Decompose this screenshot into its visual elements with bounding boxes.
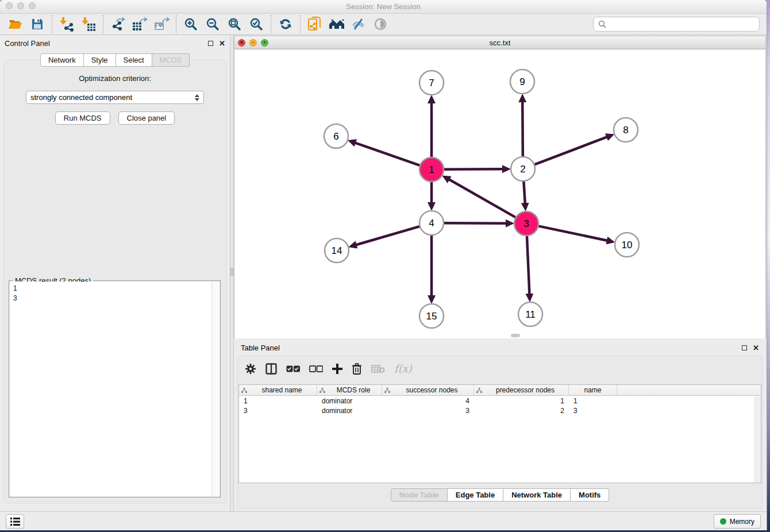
tab-node-table[interactable]: Node Table xyxy=(391,488,448,502)
mcds-result-text: 1 3 xyxy=(10,282,211,496)
table-panel: Table Panel ✕ xyxy=(234,340,766,511)
close-window-button[interactable] xyxy=(6,2,13,9)
task-history-button[interactable] xyxy=(6,514,24,529)
network-view-window: ✕ − + scc.txt 1234678910111415 xyxy=(234,36,766,338)
edge-1-2[interactable] xyxy=(444,169,503,169)
graph-node-label: 7 xyxy=(429,78,434,88)
splitter-grip[interactable] xyxy=(230,268,233,276)
hide-selected-icon[interactable] xyxy=(348,15,369,33)
app-titlebar: Session: New Session xyxy=(0,0,767,14)
window-controls xyxy=(6,2,36,9)
table-settings-icon[interactable] xyxy=(245,361,256,376)
edge-3-1[interactable] xyxy=(449,179,515,217)
import-table-icon[interactable] xyxy=(78,15,99,33)
first-neighbors-icon[interactable] xyxy=(326,15,348,33)
graph-node-label: 15 xyxy=(426,311,437,322)
edge-4-14[interactable] xyxy=(356,226,420,245)
criterion-value: strongly connected component xyxy=(30,93,195,102)
cell-name: 1 xyxy=(569,397,617,405)
zoom-selected-icon[interactable] xyxy=(245,15,267,33)
canvas-hscroll-thumb[interactable] xyxy=(511,334,520,337)
tab-mcds[interactable]: MCDS xyxy=(152,53,190,67)
zoom-out-icon[interactable] xyxy=(202,15,224,33)
vertical-splitter[interactable] xyxy=(230,35,234,511)
graph-node-label: 3 xyxy=(523,218,529,229)
edge-4-3[interactable] xyxy=(444,223,506,223)
column-header-name[interactable]: name xyxy=(569,385,617,395)
mcds-result-box: MCDS result (2 nodes) 1 3 xyxy=(9,280,221,498)
edge-3-11[interactable] xyxy=(527,236,530,294)
toolbar-separator xyxy=(271,15,271,33)
cell-mcds-role: dominator xyxy=(317,397,382,405)
tab-network-table[interactable]: Network Table xyxy=(503,488,571,502)
network-minimize-button[interactable]: − xyxy=(249,39,257,47)
minimize-window-button[interactable] xyxy=(17,2,24,9)
float-panel-icon[interactable] xyxy=(208,41,213,46)
table-scrollbar[interactable] xyxy=(754,396,761,483)
export-network-icon[interactable] xyxy=(107,15,129,33)
table-row[interactable]: 3 dominator 3 2 3 xyxy=(239,406,761,415)
close-panel-icon[interactable]: ✕ xyxy=(219,40,225,47)
optimization-criterion-label: Optimization criterion: xyxy=(4,74,226,83)
edge-1-6[interactable] xyxy=(355,143,420,166)
delete-columns-icon[interactable] xyxy=(352,361,362,376)
network-canvas[interactable]: 1234678910111415 xyxy=(234,49,765,338)
apply-layout-icon[interactable] xyxy=(275,15,297,33)
cell-predecessor-nodes: 2 xyxy=(474,407,569,415)
tab-edge-table[interactable]: Edge Table xyxy=(448,488,503,502)
zoom-fit-icon[interactable] xyxy=(224,15,245,33)
network-window-titlebar: ✕ − + scc.txt xyxy=(234,36,765,49)
zoom-window-button[interactable] xyxy=(29,2,36,9)
edge-2-3[interactable] xyxy=(523,181,525,203)
run-mcds-button[interactable]: Run MCDS xyxy=(55,111,110,125)
column-header-successor-nodes[interactable]: successor nodes xyxy=(382,385,474,395)
edge-3-10[interactable] xyxy=(538,226,607,240)
save-icon[interactable] xyxy=(26,15,48,33)
dropdown-stepper-icon xyxy=(195,94,199,101)
search-icon xyxy=(598,20,606,28)
table-tabs: Node Table Edge Table Network Table Moti… xyxy=(238,488,762,502)
edge-2-9[interactable] xyxy=(522,102,523,157)
search-field[interactable] xyxy=(593,17,760,32)
column-header-shared-name[interactable]: shared name xyxy=(239,385,317,395)
window-title: Session: New Session xyxy=(346,2,420,11)
export-image-icon[interactable] xyxy=(151,15,172,33)
import-network-icon[interactable] xyxy=(56,15,78,33)
zoom-in-icon[interactable] xyxy=(180,15,202,33)
export-table-icon[interactable] xyxy=(129,15,151,33)
tab-motifs[interactable]: Motifs xyxy=(571,488,609,502)
mcds-panel: Optimization criterion: strongly connect… xyxy=(3,60,226,503)
close-table-panel-icon[interactable]: ✕ xyxy=(753,344,759,352)
open-file-icon[interactable] xyxy=(5,15,26,33)
search-input[interactable] xyxy=(609,20,754,29)
delete-table-icon[interactable] xyxy=(371,361,385,376)
float-table-panel-icon[interactable] xyxy=(742,345,747,350)
graph-node-label: 1 xyxy=(429,164,434,175)
network-close-button[interactable]: ✕ xyxy=(238,39,245,47)
graph-node-label: 14 xyxy=(332,245,342,256)
duplicate-network-icon[interactable] xyxy=(304,15,326,33)
node-table-header: shared name MCDS role successor nodes xyxy=(239,385,761,396)
show-hidden-icon[interactable] xyxy=(369,15,391,33)
select-all-columns-icon[interactable] xyxy=(286,361,300,376)
column-header-predecessor-nodes[interactable]: predecessor nodes xyxy=(474,385,569,395)
criterion-dropdown[interactable]: strongly connected component xyxy=(26,91,204,104)
tab-network[interactable]: Network xyxy=(40,53,84,67)
network-maximize-button[interactable]: + xyxy=(261,39,268,47)
graph-node-label: 8 xyxy=(623,125,628,136)
cell-shared-name: 1 xyxy=(239,397,317,405)
show-columns-icon[interactable] xyxy=(265,361,277,376)
unselect-all-columns-icon[interactable] xyxy=(309,361,323,376)
column-header-mcds-role[interactable]: MCDS role xyxy=(317,385,382,395)
function-builder-icon[interactable]: f(x) xyxy=(394,361,412,376)
tab-select[interactable]: Select xyxy=(116,53,152,67)
close-panel-button[interactable]: Close panel xyxy=(118,111,175,125)
table-row[interactable]: 1 dominator 4 1 1 xyxy=(239,396,761,406)
edge-2-8[interactable] xyxy=(534,137,607,164)
result-scrollbar[interactable] xyxy=(211,282,220,496)
tab-style[interactable]: Style xyxy=(84,53,116,67)
status-bar: Memory xyxy=(0,511,767,530)
add-column-icon[interactable] xyxy=(332,361,342,376)
memory-button[interactable]: Memory xyxy=(714,514,761,529)
cell-name: 3 xyxy=(569,407,617,415)
